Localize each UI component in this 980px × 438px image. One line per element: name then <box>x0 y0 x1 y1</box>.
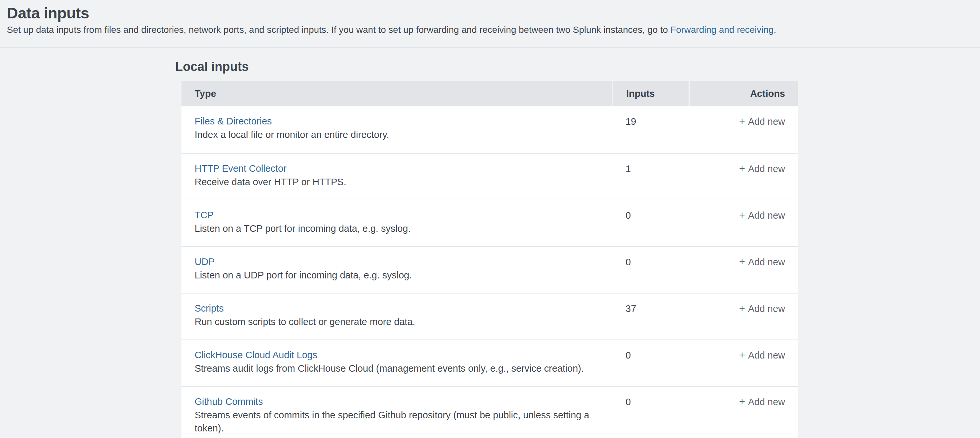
column-header-actions: Actions <box>690 81 798 107</box>
table-row: ClickHouse Cloud Audit Logs Streams audi… <box>181 339 798 386</box>
plus-icon: + <box>739 396 745 408</box>
inputs-count: 0 <box>613 387 690 433</box>
input-type-description: Run custom scripts to collect or generat… <box>195 315 600 328</box>
page-title: Data inputs <box>7 4 967 22</box>
add-new-link[interactable]: +Add new <box>739 303 785 314</box>
page-header: Data inputs Set up data inputs from file… <box>0 0 980 48</box>
plus-icon: + <box>739 303 745 314</box>
inputs-count: 0 <box>613 340 690 386</box>
table-header-row: Type Inputs Actions <box>181 81 798 107</box>
table-row: Files & Directories Index a local file o… <box>181 107 798 153</box>
plus-icon: + <box>739 116 745 127</box>
table-row: UDP Listen on a UDP port for incoming da… <box>181 246 798 293</box>
add-new-label: Add new <box>748 350 785 360</box>
plus-icon: + <box>739 163 745 174</box>
table-row: HTTP Event Collector Receive data over H… <box>181 153 798 200</box>
main-content: Local inputs Type Inputs Actions Files &… <box>0 59 980 438</box>
inputs-count: 37 <box>613 293 690 339</box>
add-new-label: Add new <box>748 164 785 174</box>
inputs-count: 1 <box>613 154 690 200</box>
add-new-label: Add new <box>748 397 785 407</box>
plus-icon: + <box>739 256 745 268</box>
add-new-link[interactable]: +Add new <box>739 116 785 127</box>
input-type-description: Listen on a UDP port for incoming data, … <box>195 269 600 282</box>
plus-icon: + <box>739 349 745 361</box>
column-header-type: Type <box>181 81 612 107</box>
page-subtitle: Set up data inputs from files and direct… <box>7 24 967 36</box>
input-type-link[interactable]: Files & Directories <box>195 114 272 128</box>
input-type-description: Listen on a TCP port for incoming data, … <box>195 222 600 235</box>
table-row: Github Commits Streams events of commits… <box>181 386 798 433</box>
table-row: Scripts Run custom scripts to collect or… <box>181 293 798 339</box>
add-new-link[interactable]: +Add new <box>739 210 785 221</box>
forwarding-and-receiving-link[interactable]: Forwarding and receiving <box>670 25 773 35</box>
subtitle-suffix: . <box>773 25 776 35</box>
subtitle-text: Set up data inputs from files and direct… <box>7 25 670 35</box>
table-row: TCP Listen on a TCP port for incoming da… <box>181 200 798 246</box>
add-new-link[interactable]: +Add new <box>739 257 785 267</box>
add-new-label: Add new <box>748 257 785 267</box>
inputs-count: 0 <box>613 200 690 246</box>
table-body: Files & Directories Index a local file o… <box>181 107 798 438</box>
plus-icon: + <box>739 209 745 221</box>
input-type-link[interactable]: HTTP Event Collector <box>195 162 286 175</box>
input-type-link[interactable]: ClickHouse Cloud Audit Logs <box>195 348 317 362</box>
input-type-link[interactable]: TCP <box>195 208 214 222</box>
input-type-description: Receive data over HTTP or HTTPS. <box>195 175 600 188</box>
input-type-description: Streams audit logs from ClickHouse Cloud… <box>195 362 600 375</box>
input-type-description: Streams events of commits in the specifi… <box>195 408 600 435</box>
input-type-link[interactable]: Scripts <box>195 301 224 315</box>
add-new-link[interactable]: +Add new <box>739 397 785 407</box>
add-new-link[interactable]: +Add new <box>739 164 785 174</box>
add-new-label: Add new <box>748 210 785 221</box>
input-type-description: Index a local file or monitor an entire … <box>195 128 600 141</box>
input-type-link[interactable]: Github Commits <box>195 395 263 408</box>
local-inputs-table: Type Inputs Actions Files & Directories … <box>181 81 798 438</box>
add-new-label: Add new <box>748 303 785 314</box>
add-new-label: Add new <box>748 116 785 127</box>
inputs-count: 19 <box>613 107 690 153</box>
inputs-count: 0 <box>613 247 690 293</box>
input-type-link[interactable]: UDP <box>195 255 215 269</box>
section-title: Local inputs <box>175 59 980 74</box>
column-header-inputs: Inputs <box>613 81 689 107</box>
add-new-link[interactable]: +Add new <box>739 350 785 360</box>
